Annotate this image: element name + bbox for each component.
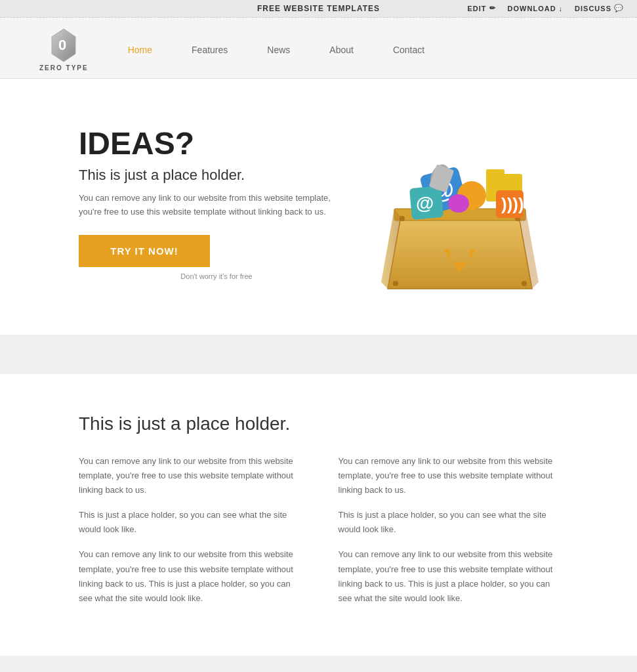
hero-section: IDEAS? This is just a place holder. You … [0,79,637,335]
nav-home[interactable]: Home [128,45,152,55]
hero-title: IDEAS? [79,127,354,161]
svg-marker-2 [388,217,532,289]
download-icon: ↓ [559,5,564,12]
svg-point-6 [400,216,405,221]
nav-contact[interactable]: Contact [393,45,424,55]
content-col-left: You can remove any link to our website f… [79,454,299,616]
col1-p3: You can remove any link to our website f… [79,547,299,605]
logo-text: ZERO TYPE [39,64,89,72]
spacer [0,335,637,374]
download-action[interactable]: DOWNLOAD ↓ [508,4,564,12]
col2-p3: You can remove any link to our website f… [339,547,559,605]
col2-p2: This is just a place holder, so you can … [339,508,559,537]
content-heading: This is just a place holder. [79,413,558,434]
basket-svg: @ @ )))) [375,112,545,302]
discuss-icon: 💬 [614,4,624,12]
content-section: This is just a place holder. You can rem… [0,374,637,656]
svg-text:@: @ [416,193,434,213]
svg-point-9 [522,281,527,286]
cta-note: Don't worry it's for free [79,272,354,280]
hero-description: You can remove any link to our website f… [79,192,354,219]
content-col-right: You can remove any link to our website f… [339,454,559,616]
svg-point-16 [448,194,469,213]
hero-illustration: @ @ )))) [375,112,558,295]
header: 0 ZERO TYPE Home Features News About Con… [0,18,637,79]
svg-rect-18 [486,169,504,177]
top-bar-actions: EDIT ✏ DOWNLOAD ↓ DISCUSS 💬 [468,4,624,12]
nav-about[interactable]: About [329,45,354,55]
content-columns: You can remove any link to our website f… [79,454,558,616]
edit-label: EDIT [468,5,487,12]
discuss-label: DISCUSS [575,5,611,12]
nav-features[interactable]: Features [192,45,228,55]
nav-news[interactable]: News [267,45,290,55]
hero-subtitle: This is just a place holder. [79,167,354,184]
logo-icon: 0 [49,28,78,63]
download-label: DOWNLOAD [508,5,556,12]
site-title: FREE WEBSITE TEMPLATES [257,4,380,13]
cta-button[interactable]: TRY IT NOW! [79,235,210,267]
edit-action[interactable]: EDIT ✏ [468,4,496,12]
col1-p1: You can remove any link to our website f… [79,454,299,497]
logo-area: 0 ZERO TYPE [39,28,89,72]
col1-p2: This is just a place holder, so you can … [79,508,299,537]
hero-text-area: IDEAS? This is just a place holder. You … [79,127,354,280]
top-bar: FREE WEBSITE TEMPLATES EDIT ✏ DOWNLOAD ↓… [0,0,637,18]
edit-icon: ✏ [489,4,496,12]
svg-text:)))): )))) [501,194,524,214]
main-nav: Home Features News About Contact [128,45,424,55]
col2-p1: You can remove any link to our website f… [339,454,559,497]
svg-text:0: 0 [58,37,66,53]
discuss-action[interactable]: DISCUSS 💬 [575,4,624,12]
svg-point-8 [393,281,398,286]
